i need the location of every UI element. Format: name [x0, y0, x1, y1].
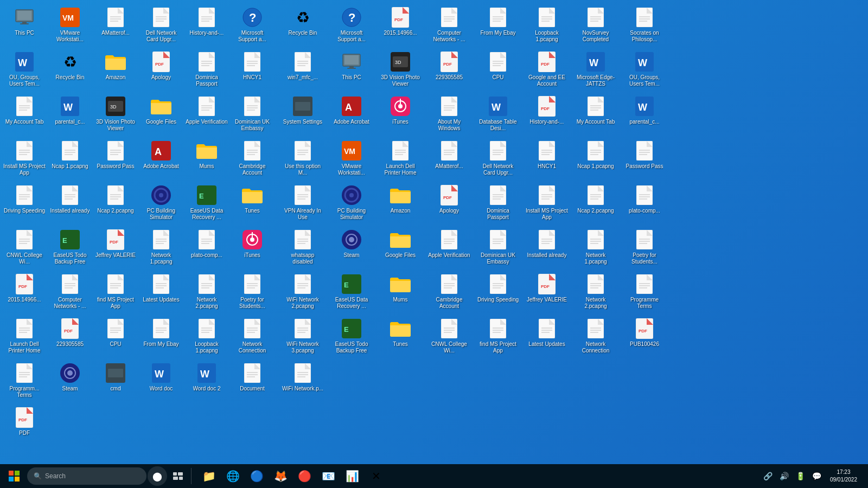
desktop-icon-ncap2-l[interactable]: Ncap 2.pcapng: [93, 182, 138, 226]
desktop-icon-network2-l[interactable]: Network 2.pcapng: [184, 271, 229, 314]
desktop-icon-network-connection-l[interactable]: Network Connection: [230, 316, 275, 359]
taskbar-app-file-explorer[interactable]: 📁: [197, 464, 221, 488]
desktop-icon-229305585-r[interactable]: PDF 229305585: [425, 49, 473, 92]
desktop-icon-network-conn-r[interactable]: Network Connection: [572, 316, 620, 359]
desktop-icon-pc-building-sim-l[interactable]: PC Building Simulator: [139, 182, 183, 226]
desktop-icon-itunes-r[interactable]: iTunes: [376, 93, 424, 137]
desktop-icon-from-my-ebay-r[interactable]: From My Ebay: [474, 4, 522, 48]
desktop-icon-whatsapp-r[interactable]: whatsapp disabled: [279, 227, 327, 270]
desktop-icon-3dvision-r[interactable]: 3D 3D Vision Photo Viewer: [376, 49, 424, 92]
desktop-icon-use-this-r[interactable]: Use this option M...: [279, 138, 327, 181]
taskbar-app-chrome[interactable]: 🔴: [292, 464, 316, 488]
desktop-icon-easeus-data[interactable]: E EaseUS Data Recovery ...: [184, 182, 229, 226]
tray-battery[interactable]: 🔋: [793, 466, 808, 486]
desktop-icon-history-and[interactable]: History-and-...: [184, 4, 229, 48]
desktop-icon-loopback1-l[interactable]: Loopback 1.pcapng: [184, 316, 229, 359]
desktop-icon-recycle-bin-r[interactable]: ♻ Recycle Bin: [279, 4, 327, 48]
desktop-icon-install-ms-project-l[interactable]: Install MS Project App: [2, 138, 47, 181]
desktop-icon-installed-already[interactable]: Installed already: [48, 182, 92, 226]
desktop-icon-dominican-uk-embassy-l[interactable]: Dominican UK Embassy: [230, 93, 275, 137]
desktop-icon-vpn-r[interactable]: VPN Already In Use: [279, 182, 327, 226]
desktop-icon-mums-r[interactable]: Mums: [376, 271, 424, 314]
desktop-icon-hncy1[interactable]: HNCY1: [230, 49, 275, 92]
desktop-icon-network2-r[interactable]: Network 2.pcapng: [572, 271, 620, 314]
desktop-icon-driving-r[interactable]: Driving Speeding: [474, 271, 522, 314]
desktop-icon-dominican-uk-r[interactable]: Dominican UK Embassy: [474, 227, 522, 270]
desktop-icon-password-pass-l[interactable]: Password Pass: [93, 138, 138, 181]
desktop-icon-easeus-todo[interactable]: E EaseUS Todo Backup Free: [48, 227, 92, 270]
desktop-icon-amatterof-r[interactable]: AMatterof...: [425, 138, 473, 181]
desktop-icon-vmware-r[interactable]: VM VMware Workstati...: [328, 138, 375, 181]
desktop-icon-novsurvey-r[interactable]: NovSurvey Completed: [572, 4, 620, 48]
desktop-icon-find-ms-project-l[interactable]: find MS Project App: [93, 271, 138, 314]
desktop-icon-adobe-r[interactable]: A Adobe Acrobat: [328, 93, 375, 137]
taskbar-app-ie[interactable]: 🔵: [245, 464, 269, 488]
desktop-icon-apology-r[interactable]: PDF Apology: [425, 182, 473, 226]
desktop-icon-wifi-network3-r[interactable]: WiFi Network 3.pcapng: [279, 316, 327, 359]
desktop-icon-network1-r[interactable]: Network 1.pcapng: [572, 227, 620, 270]
desktop-icon-programm-r[interactable]: Programme Terms: [621, 271, 668, 314]
desktop-icon-this-pc[interactable]: This PC: [2, 4, 47, 48]
desktop-icon-ncap2-r[interactable]: Ncap 2.pcapng: [572, 182, 620, 226]
desktop-icon-system-settings-r[interactable]: System Settings: [279, 93, 327, 137]
desktop-icon-latest-updates-l[interactable]: Latest Updates: [139, 271, 183, 314]
desktop-icon-installed-r[interactable]: Installed already: [523, 227, 571, 270]
desktop-icon-dell-network-card[interactable]: Dell Network Card Upgr...: [139, 4, 183, 48]
desktop-icon-computer-networks-r[interactable]: Computer Networks - ...: [425, 4, 473, 48]
desktop-icon-apple-verification[interactable]: Apple Verification: [184, 93, 229, 137]
desktop-icon-recycle-bin[interactable]: ♻ Recycle Bin: [48, 49, 92, 92]
desktop-icon-network1[interactable]: Network 1.pcapng: [139, 227, 183, 270]
task-view-button[interactable]: [168, 466, 188, 486]
tray-volume[interactable]: 🔊: [777, 466, 792, 486]
desktop-icon-ncap1-l[interactable]: Ncap 1.pcapng: [48, 138, 92, 181]
desktop-icon-cmd-l[interactable]: cmd: [93, 360, 138, 403]
tray-network[interactable]: 🔗: [761, 466, 776, 486]
taskbar-app-ppt[interactable]: 📊: [340, 464, 364, 488]
desktop-icon-driving-speeding[interactable]: Driving Speeding: [2, 182, 47, 226]
desktop-icon-2015-14966-r[interactable]: PDF 2015.14966...: [376, 4, 424, 48]
desktop-icon-launch-dell-r[interactable]: Launch Dell Printer Home: [376, 138, 424, 181]
desktop-icon-ou-groups[interactable]: W OU, Groups, Users Tem...: [2, 49, 47, 92]
cortana-button[interactable]: ⬤: [148, 466, 167, 486]
taskbar-app-close[interactable]: ✕: [364, 464, 388, 488]
desktop-icon-amatterof[interactable]: AMatterof...: [93, 4, 138, 48]
desktop-icon-dominica-passport[interactable]: Dominica Passport: [184, 49, 229, 92]
desktop-icon-ms-support-r[interactable]: ? Microsoft Support a...: [328, 4, 375, 48]
desktop-icon-jeffrey-valerie[interactable]: PDF Jeffrey VALERIE: [93, 227, 138, 270]
desktop-icon-amazon-r[interactable]: Amazon: [376, 182, 424, 226]
desktop-icon-easeus-todo-r[interactable]: E EaseUS Todo Backup Free: [328, 316, 375, 359]
desktop-icon-latest-updates-r[interactable]: Latest Updates: [523, 316, 571, 359]
desktop-icon-loopback1-r[interactable]: Loopback 1.pcapng: [523, 4, 571, 48]
desktop-icon-computer-networks[interactable]: Computer Networks - ...: [48, 271, 92, 314]
desktop-icon-password-pass-r[interactable]: Password Pass: [621, 138, 668, 181]
desktop-icon-hncy1-r[interactable]: HNCY1: [523, 138, 571, 181]
desktop-icon-this-pc-r[interactable]: This PC: [328, 49, 375, 92]
desktop-icon-plato-comp[interactable]: plato-comp...: [184, 227, 229, 270]
desktop-icon-ms-support[interactable]: ? Microsoft Support a...: [230, 4, 275, 48]
desktop-icon-jeffrey-r[interactable]: PDF Jeffrey VALERIE: [523, 271, 571, 314]
desktop-icon-history-r[interactable]: PDF History-and-...: [523, 93, 571, 137]
start-button[interactable]: [2, 465, 26, 487]
desktop-icon-word2-l[interactable]: W Word doc 2: [184, 360, 229, 403]
desktop-icon-google-files-r[interactable]: Google Files: [376, 227, 424, 270]
desktop-icon-mums[interactable]: Mums: [184, 138, 229, 181]
desktop-icon-wifi-network2-r[interactable]: WiFi Network 2.pcapng: [279, 271, 327, 314]
desktop-icon-doc1-l[interactable]: Document: [230, 360, 275, 403]
desktop-icon-google-files[interactable]: Google Files: [139, 93, 183, 137]
taskbar-app-outlook[interactable]: 📧: [316, 464, 340, 488]
desktop-icon-install-ms-r[interactable]: Install MS Project App: [523, 182, 571, 226]
desktop-icon-plato-comp-r[interactable]: plato-comp...: [621, 182, 668, 226]
desktop-icon-3dvision[interactable]: 3D 3D Vision Photo Viewer: [93, 93, 138, 137]
desktop-icon-parental-c[interactable]: W parental_c...: [48, 93, 92, 137]
desktop-icon-ms-edge-r[interactable]: W Microsoft Edge-JATTZS: [572, 49, 620, 92]
desktop-icon-db-table-r[interactable]: W Database Table Desi...: [474, 93, 522, 137]
desktop-icon-amazon[interactable]: Amazon: [93, 49, 138, 92]
desktop-icon-launch-dell-l[interactable]: Launch Dell Printer Home: [2, 316, 47, 359]
desktop-icon-programm-terms-l[interactable]: Programm... Terms: [2, 360, 47, 403]
desktop-icon-easeus-r[interactable]: E EaseUS Data Recovery ...: [328, 271, 375, 314]
taskbar-app-firefox[interactable]: 🦊: [269, 464, 292, 488]
desktop-icon-vmware[interactable]: VM VMware Workstati...: [48, 4, 92, 48]
desktop-icon-apology[interactable]: PDF Apology: [139, 49, 183, 92]
desktop-icon-cambridge-account[interactable]: Cambridge Account: [230, 138, 275, 181]
taskbar-app-edge[interactable]: 🌐: [221, 464, 245, 488]
